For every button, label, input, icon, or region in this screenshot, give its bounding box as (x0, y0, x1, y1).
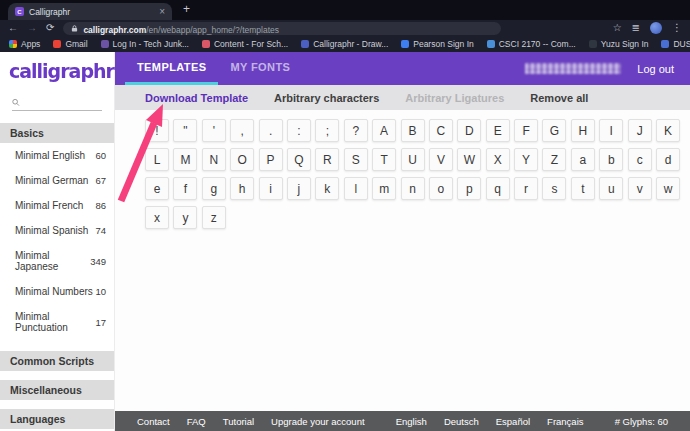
glyph-cell[interactable]: j (287, 177, 311, 200)
glyph-cell[interactable]: C (429, 119, 453, 142)
glyph-cell[interactable]: a (571, 148, 595, 171)
glyph-cell[interactable]: V (429, 148, 453, 171)
sidebar-section-basics[interactable]: Basics (0, 123, 114, 143)
glyph-cell[interactable]: H (571, 119, 595, 142)
bookmark-item[interactable]: Pearson Sign In (401, 39, 473, 49)
glyph-cell[interactable]: K (656, 119, 680, 142)
sidebar-search-input[interactable] (24, 97, 102, 108)
glyph-cell[interactable]: : (287, 119, 311, 142)
glyph-cell[interactable]: n (401, 177, 425, 200)
remove-all-button[interactable]: Remove all (530, 92, 588, 104)
glyph-cell[interactable]: g (202, 177, 226, 200)
glyph-cell[interactable]: d (656, 148, 680, 171)
footer-language-link[interactable]: Français (547, 416, 583, 427)
glyph-cell[interactable]: S (344, 148, 368, 171)
bookmark-item[interactable]: Apps (9, 39, 40, 49)
logout-button[interactable]: Log out (637, 63, 674, 75)
footer-link[interactable]: FAQ (187, 416, 206, 427)
glyph-cell[interactable]: r (514, 177, 538, 200)
glyph-cell[interactable]: R (315, 148, 339, 171)
glyph-cell[interactable]: W (457, 148, 481, 171)
browser-tab[interactable]: C Calligraphr × (8, 3, 172, 20)
glyph-cell[interactable]: T (372, 148, 396, 171)
bookmark-item[interactable]: Log In - Tech Junk... (101, 39, 189, 49)
bookmark-item[interactable]: Gmail (53, 39, 87, 49)
sidebar-item[interactable]: Minimal Spanish 74 (0, 218, 114, 243)
glyph-cell[interactable]: . (259, 119, 283, 142)
glyph-cell[interactable]: E (486, 119, 510, 142)
glyph-cell[interactable]: O (230, 148, 254, 171)
glyph-cell[interactable]: s (542, 177, 566, 200)
glyph-cell[interactable]: ' (202, 119, 226, 142)
calligraphr-logo[interactable]: calligraphr (0, 52, 114, 82)
sidebar-section[interactable]: Miscellaneous (0, 380, 114, 400)
sidebar-section[interactable]: Languages (0, 409, 114, 429)
glyph-cell[interactable]: u (599, 177, 623, 200)
bookmark-item[interactable]: Yuzu Sign In (589, 39, 649, 49)
footer-language-link[interactable]: English (396, 416, 427, 427)
glyph-cell[interactable]: l (344, 177, 368, 200)
glyph-cell[interactable]: t (571, 177, 595, 200)
glyph-cell[interactable]: k (315, 177, 339, 200)
glyph-cell[interactable]: w (656, 177, 680, 200)
extension-icon[interactable]: ≣ (632, 23, 640, 33)
glyph-cell[interactable]: D (457, 119, 481, 142)
arbitrary-characters-button[interactable]: Arbitrary characters (274, 92, 379, 104)
new-tab-button[interactable]: + (183, 2, 190, 16)
glyph-cell[interactable]: " (173, 119, 197, 142)
glyph-cell[interactable]: y (173, 206, 197, 229)
glyph-cell[interactable]: L (145, 148, 169, 171)
url-bar[interactable]: calligraphr.com/en/webapp/app_home/?/tem… (63, 22, 501, 35)
sidebar-item[interactable]: Minimal Japanese 349 (0, 243, 114, 279)
close-tab-icon[interactable]: × (159, 7, 165, 17)
glyph-cell[interactable]: q (486, 177, 510, 200)
glyph-cell[interactable]: P (259, 148, 283, 171)
glyph-cell[interactable]: b (599, 148, 623, 171)
browser-menu-icon[interactable]: ⋮ (672, 23, 682, 33)
download-template-button[interactable]: Download Template (145, 92, 248, 104)
glyph-cell[interactable]: v (628, 177, 652, 200)
sidebar-item[interactable]: Minimal English 60 (0, 143, 114, 168)
glyph-cell[interactable]: Q (287, 148, 311, 171)
reload-icon[interactable]: ⟳ (46, 23, 54, 33)
glyph-cell[interactable]: J (628, 119, 652, 142)
footer-link[interactable]: Contact (137, 416, 170, 427)
glyph-cell[interactable]: o (429, 177, 453, 200)
glyph-cell[interactable]: f (173, 177, 197, 200)
glyph-cell[interactable]: G (542, 119, 566, 142)
glyph-cell[interactable]: A (372, 119, 396, 142)
back-icon[interactable]: ← (8, 23, 18, 33)
glyph-cell[interactable]: M (173, 148, 197, 171)
glyph-cell[interactable]: z (202, 206, 226, 229)
glyph-cell[interactable]: m (372, 177, 396, 200)
glyph-cell[interactable]: e (145, 177, 169, 200)
sidebar-item[interactable]: Minimal French 86 (0, 193, 114, 218)
glyph-cell[interactable]: p (457, 177, 481, 200)
tab-templates[interactable]: TEMPLATES (125, 52, 218, 85)
footer-language-link[interactable]: Español (496, 416, 530, 427)
bookmark-item[interactable]: Calligraphr - Draw... (301, 39, 388, 49)
bookmark-item[interactable]: Content - For Sch... (202, 39, 288, 49)
glyph-cell[interactable]: N (202, 148, 226, 171)
glyph-cell[interactable]: I (599, 119, 623, 142)
glyph-cell[interactable]: ? (344, 119, 368, 142)
sidebar-item[interactable]: Minimal Numbers 10 (0, 279, 114, 304)
glyph-cell[interactable]: ; (315, 119, 339, 142)
footer-link[interactable]: Tutorial (223, 416, 254, 427)
glyph-cell[interactable]: Y (514, 148, 538, 171)
glyph-cell[interactable]: , (230, 119, 254, 142)
profile-avatar[interactable] (650, 22, 662, 34)
bookmark-item[interactable]: DUS (661, 39, 690, 49)
glyph-cell[interactable]: X (486, 148, 510, 171)
footer-language-link[interactable]: Deutsch (444, 416, 479, 427)
glyph-cell[interactable]: U (401, 148, 425, 171)
glyph-cell[interactable]: Z (542, 148, 566, 171)
sidebar-item[interactable]: Minimal German 67 (0, 168, 114, 193)
glyph-cell[interactable]: B (401, 119, 425, 142)
glyph-cell[interactable]: c (628, 148, 652, 171)
forward-icon[interactable]: → (27, 23, 37, 33)
sidebar-item[interactable]: Minimal Punctuation 17 (0, 304, 114, 340)
glyph-cell[interactable]: i (259, 177, 283, 200)
sidebar-section[interactable]: Common Scripts (0, 351, 114, 371)
footer-link[interactable]: Upgrade your account (271, 416, 364, 427)
